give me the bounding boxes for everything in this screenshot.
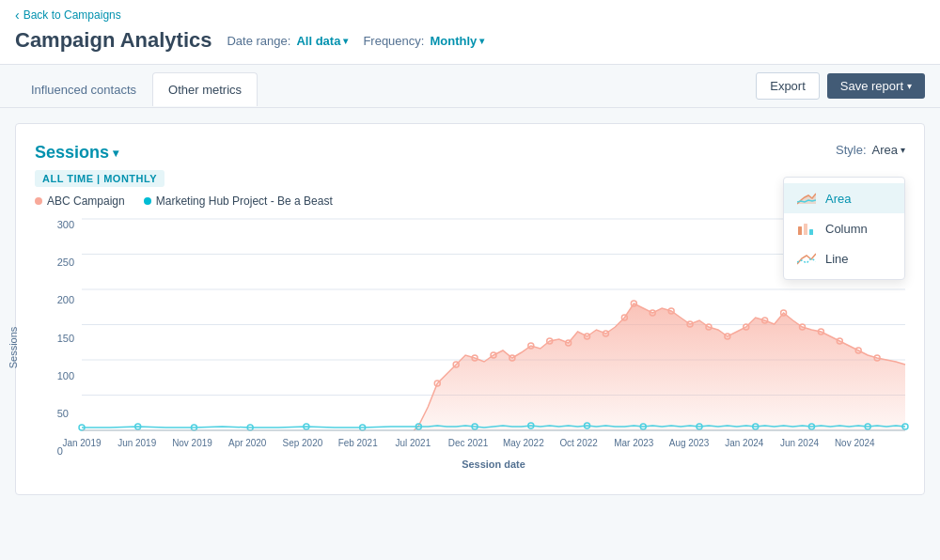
legend-dot-mhp xyxy=(144,197,151,205)
style-label: Style: xyxy=(836,143,867,157)
style-option-column[interactable]: Column xyxy=(784,213,904,243)
chart-legend: ABC Campaign Marketing Hub Project - Be … xyxy=(35,194,905,208)
frequency-label: Frequency: xyxy=(363,34,424,48)
x-tick-label: Dec 2021 xyxy=(448,438,489,448)
frequency-value[interactable]: Monthly xyxy=(430,34,484,48)
x-tick-label: Nov 2024 xyxy=(835,438,875,448)
date-range-value[interactable]: All data xyxy=(296,34,348,48)
x-tick-label: Jun 2019 xyxy=(118,438,156,448)
x-tick-label: Aug 2023 xyxy=(669,438,710,448)
date-range-filter: Date range: All data xyxy=(227,34,348,48)
chart-header: Sessions Style: Area Area xyxy=(35,143,905,163)
x-tick-label: Jul 2021 xyxy=(396,438,431,448)
x-tick-label: Jan 2019 xyxy=(63,438,102,448)
save-report-button[interactable]: Save report xyxy=(827,73,925,99)
style-control: Style: Area Area xyxy=(836,143,905,157)
y-tick-150: 150 xyxy=(57,333,74,344)
legend-label-abc: ABC Campaign xyxy=(47,194,125,208)
legend-item-mhp: Marketing Hub Project - Be a Beast xyxy=(144,194,333,208)
line-option-label: Line xyxy=(825,252,849,266)
style-option-line[interactable]: Line xyxy=(784,243,904,273)
y-tick-300: 300 xyxy=(57,219,74,230)
x-tick-label: May 2022 xyxy=(503,438,544,448)
date-range-label: Date range: xyxy=(227,34,290,48)
export-button[interactable]: Export xyxy=(756,72,820,100)
line-icon xyxy=(797,251,816,266)
abc-area xyxy=(82,303,905,430)
page-title: Campaign Analytics xyxy=(15,28,212,53)
svg-marker-0 xyxy=(797,194,816,204)
area-option-label: Area xyxy=(825,192,851,206)
tab-actions: Export Save report xyxy=(756,65,925,107)
tabs-container: Influenced contacts Other metrics xyxy=(15,67,258,106)
legend-dot-abc xyxy=(35,197,42,205)
back-to-campaigns-link[interactable]: Back to Campaigns xyxy=(15,8,121,23)
style-dropdown-menu: Area Column xyxy=(783,177,905,280)
x-tick-label: Jun 2024 xyxy=(780,438,819,448)
style-dropdown-trigger[interactable]: Area xyxy=(872,143,905,157)
x-tick-label: Nov 2019 xyxy=(172,438,212,448)
main-content: Sessions Style: Area Area xyxy=(0,108,940,510)
x-tick-label: Jan 2024 xyxy=(725,438,763,448)
y-tick-50: 50 xyxy=(57,408,74,419)
column-option-label: Column xyxy=(825,222,868,236)
x-tick-label: Mar 2023 xyxy=(614,438,653,448)
time-badge: ALL TIME | MONTHLY xyxy=(35,170,164,187)
x-tick-label: Sep 2020 xyxy=(283,438,323,448)
x-tick-label: Feb 2021 xyxy=(338,438,378,448)
x-axis-title: Session date xyxy=(462,459,525,470)
column-icon xyxy=(797,221,816,236)
chart-title[interactable]: Sessions xyxy=(35,143,118,163)
svg-rect-3 xyxy=(809,229,813,235)
legend-item-abc: ABC Campaign xyxy=(35,194,125,208)
tab-bar: Influenced contacts Other metrics Export… xyxy=(0,65,940,108)
y-tick-200: 200 xyxy=(57,294,74,305)
tab-other-metrics[interactable]: Other metrics xyxy=(152,72,258,106)
y-tick-250: 250 xyxy=(57,257,74,268)
x-tick-label: Apr 2020 xyxy=(228,438,267,448)
chart-card: Sessions Style: Area Area xyxy=(15,123,925,495)
legend-label-mhp: Marketing Hub Project - Be a Beast xyxy=(156,194,333,208)
chart-svg: Jan 2019 Jun 2019 Nov 2019 Apr 2020 Sep … xyxy=(82,219,905,473)
y-tick-100: 100 xyxy=(57,370,74,381)
svg-rect-1 xyxy=(798,226,802,235)
tab-influenced-contacts[interactable]: Influenced contacts xyxy=(15,72,152,106)
style-option-area[interactable]: Area xyxy=(784,183,904,213)
y-axis-label: Sessions xyxy=(8,326,19,368)
frequency-filter: Frequency: Monthly xyxy=(363,34,484,48)
area-icon xyxy=(797,191,816,206)
svg-rect-2 xyxy=(804,224,807,235)
x-tick-label: Oct 2022 xyxy=(559,438,598,448)
